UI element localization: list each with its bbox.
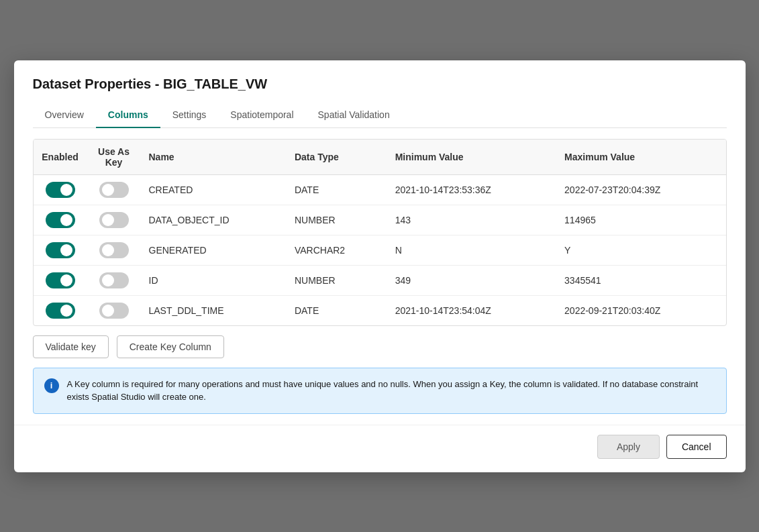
- table-row: CREATEDDATE2021-10-14T23:53:36Z2022-07-2…: [34, 174, 726, 205]
- column-data-type: NUMBER: [287, 265, 387, 295]
- col-header-minvalue: Minimum Value: [387, 140, 556, 175]
- column-min-value: N: [387, 235, 556, 265]
- column-min-value: 2021-10-14T23:53:36Z: [387, 174, 556, 205]
- table-row: IDNUMBER3493345541: [34, 265, 726, 295]
- col-header-name: Name: [141, 140, 287, 175]
- tab-columns[interactable]: Columns: [96, 103, 160, 128]
- col-header-useAsKey: Use AsKey: [87, 140, 141, 175]
- col-header-enabled: Enabled: [34, 140, 87, 175]
- column-max-value: 3345541: [556, 265, 725, 295]
- modal: Dataset Properties - BIG_TABLE_VW Overvi…: [14, 60, 746, 472]
- tab-settings[interactable]: Settings: [160, 103, 219, 128]
- tab-spatiotemporal[interactable]: Spatiotemporal: [218, 103, 305, 128]
- column-data-type: NUMBER: [287, 205, 387, 235]
- table-row: GENERATEDVARCHAR2NY: [34, 235, 726, 265]
- modal-overlay: Dataset Properties - BIG_TABLE_VW Overvi…: [0, 0, 759, 532]
- column-max-value: 2022-09-21T20:03:40Z: [556, 295, 725, 325]
- column-name: ID: [141, 265, 287, 295]
- use-as-key-toggle[interactable]: [99, 182, 129, 198]
- column-name: LAST_DDL_TIME: [141, 295, 287, 325]
- info-text: A Key column is required for many operat…: [67, 378, 715, 404]
- apply-button[interactable]: Apply: [597, 435, 660, 459]
- table-row: DATA_OBJECT_IDNUMBER143114965: [34, 205, 726, 235]
- cancel-button[interactable]: Cancel: [666, 435, 727, 459]
- enabled-toggle[interactable]: [46, 242, 75, 258]
- validate-key-button[interactable]: Validate key: [33, 335, 109, 358]
- use-as-key-toggle[interactable]: [99, 212, 129, 228]
- column-min-value: 2021-10-14T23:54:04Z: [387, 295, 556, 325]
- column-name: CREATED: [141, 174, 287, 205]
- use-as-key-toggle[interactable]: [99, 242, 129, 258]
- column-max-value: 114965: [556, 205, 725, 235]
- column-data-type: DATE: [287, 174, 387, 205]
- modal-footer: Apply Cancel: [14, 425, 746, 472]
- modal-body: Enabled Use AsKey Name Data Type Minimum…: [14, 128, 746, 425]
- column-max-value: 2022-07-23T20:04:39Z: [556, 174, 725, 205]
- use-as-key-toggle[interactable]: [99, 303, 129, 319]
- tab-spatial-validation[interactable]: Spatial Validation: [306, 103, 402, 128]
- info-box: i A Key column is required for many oper…: [33, 368, 727, 414]
- enabled-toggle[interactable]: [46, 182, 75, 198]
- info-icon: i: [44, 378, 59, 393]
- column-min-value: 349: [387, 265, 556, 295]
- column-name: DATA_OBJECT_ID: [141, 205, 287, 235]
- columns-table: Enabled Use AsKey Name Data Type Minimum…: [34, 140, 726, 325]
- modal-title: Dataset Properties - BIG_TABLE_VW: [33, 76, 727, 92]
- column-data-type: DATE: [287, 295, 387, 325]
- tabs-bar: Overview Columns Settings Spatiotemporal…: [33, 103, 727, 128]
- column-name: GENERATED: [141, 235, 287, 265]
- use-as-key-toggle[interactable]: [99, 272, 129, 288]
- table-scroll[interactable]: Enabled Use AsKey Name Data Type Minimum…: [34, 140, 726, 325]
- column-data-type: VARCHAR2: [287, 235, 387, 265]
- column-max-value: Y: [556, 235, 725, 265]
- table-row: LAST_DDL_TIMEDATE2021-10-14T23:54:04Z202…: [34, 295, 726, 325]
- columns-table-container: Enabled Use AsKey Name Data Type Minimum…: [33, 139, 727, 326]
- col-header-datatype: Data Type: [287, 140, 387, 175]
- enabled-toggle[interactable]: [46, 303, 75, 319]
- column-min-value: 143: [387, 205, 556, 235]
- modal-header: Dataset Properties - BIG_TABLE_VW Overvi…: [14, 60, 746, 128]
- enabled-toggle[interactable]: [46, 212, 75, 228]
- actions-row: Validate key Create Key Column: [33, 335, 727, 358]
- enabled-toggle[interactable]: [46, 272, 75, 288]
- col-header-maxvalue: Maximum Value: [556, 140, 725, 175]
- create-key-column-button[interactable]: Create Key Column: [117, 335, 224, 358]
- tab-overview[interactable]: Overview: [33, 103, 96, 128]
